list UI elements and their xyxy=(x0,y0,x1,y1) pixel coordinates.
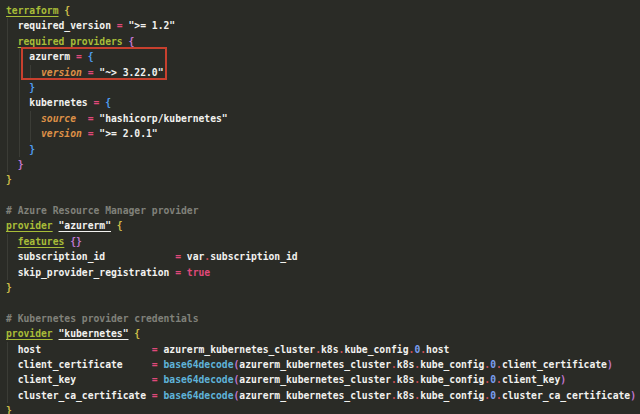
tok-attr: cluster_ca_certificate xyxy=(18,390,146,401)
tok-plain xyxy=(6,390,18,401)
tok-plain: k8s xyxy=(397,390,415,401)
code-line[interactable]: azurerm = { xyxy=(6,49,640,64)
code-line[interactable] xyxy=(6,188,640,203)
code-line[interactable]: required_version = ">= 1.2" xyxy=(6,18,640,33)
tok-fn: base64decode xyxy=(164,390,234,401)
code-line[interactable]: required_providers { xyxy=(6,34,640,49)
tok-plain: kube_config xyxy=(420,374,484,385)
code-line[interactable]: } xyxy=(6,80,640,95)
tok-plain xyxy=(41,344,152,355)
tok-str: "~> 3.22.0" xyxy=(99,67,163,78)
tok-plain xyxy=(6,251,18,262)
tok-plain xyxy=(6,374,18,385)
tok-kw: provider xyxy=(6,328,53,339)
tok-plain xyxy=(6,144,29,155)
tok-plain: var xyxy=(187,251,205,262)
tok-b1: { xyxy=(134,328,140,339)
tok-b1: } xyxy=(6,405,12,414)
code-lines: terraform { required_version = ">= 1.2" … xyxy=(6,3,640,414)
tok-plain: host xyxy=(426,344,449,355)
tok-kw: required_providers xyxy=(18,36,123,47)
tok-b2: ) xyxy=(560,374,566,385)
tok-str: "hashicorp/kubernetes" xyxy=(99,113,227,124)
tok-str: ">= 1.2" xyxy=(129,20,176,31)
tok-plain xyxy=(6,359,18,370)
code-line[interactable]: provider "kubernetes" { xyxy=(6,326,640,341)
code-editor[interactable]: terraform { required_version = ">= 1.2" … xyxy=(0,0,640,414)
code-line[interactable]: } xyxy=(6,280,640,295)
tok-b2: ) xyxy=(630,390,636,401)
tok-attr: client_certificate xyxy=(18,359,123,370)
tok-plain xyxy=(6,344,18,355)
code-line[interactable]: version = ">= 2.0.1" xyxy=(6,126,640,141)
code-line[interactable]: } xyxy=(6,157,640,172)
code-line[interactable]: subscription_id = var.subscription_id xyxy=(6,249,640,264)
tok-plain: k8s xyxy=(397,359,415,370)
tok-plain xyxy=(76,113,88,124)
tok-bool: true xyxy=(187,267,210,278)
tok-plain: subscription_id xyxy=(210,251,298,262)
code-line[interactable]: skip_provider_registration = true xyxy=(6,265,640,280)
code-line[interactable]: source = "hashicorp/kubernetes" xyxy=(6,111,640,126)
code-line[interactable]: } xyxy=(6,172,640,187)
code-line[interactable]: kubernetes = { xyxy=(6,95,640,110)
tok-param: version xyxy=(41,67,82,78)
tok-param: source xyxy=(41,113,76,124)
code-line[interactable]: # Azure Resource Manager provider xyxy=(6,203,640,218)
tok-plain xyxy=(6,113,41,124)
code-line[interactable]: terraform { xyxy=(6,3,640,18)
tok-fn: base64decode xyxy=(164,359,234,370)
tok-plain xyxy=(6,20,18,31)
tok-attr: host xyxy=(18,344,41,355)
tok-plain: azurerm_kubernetes_cluster xyxy=(239,390,391,401)
tok-kw: provider xyxy=(6,220,53,231)
code-line[interactable]: host = azurerm_kubernetes_cluster.k8s.ku… xyxy=(6,342,640,357)
tok-param: version xyxy=(41,128,82,139)
code-line[interactable]: client_key = base64decode(azurerm_kubern… xyxy=(6,372,640,387)
tok-b2: {} xyxy=(70,236,82,247)
tok-attr: kubernetes xyxy=(29,97,87,108)
tok-b3: { xyxy=(105,97,111,108)
code-line[interactable]: features {} xyxy=(6,234,640,249)
code-line[interactable]: # Kubernetes provider credentials xyxy=(6,311,640,326)
tok-attr: skip_provider_registration xyxy=(18,267,170,278)
code-line[interactable]: client_certificate = base64decode(azurer… xyxy=(6,357,640,372)
tok-attr: client_key xyxy=(18,374,76,385)
tok-b1: { xyxy=(117,220,123,231)
tok-plain: k8s xyxy=(397,374,415,385)
tok-b2: { xyxy=(129,36,135,47)
tok-attr: required_version xyxy=(18,20,111,31)
code-line[interactable]: } xyxy=(6,403,640,414)
tok-b3: { xyxy=(88,51,94,62)
tok-plain xyxy=(6,267,18,278)
tok-plain xyxy=(6,51,29,62)
tok-plain: kube_config xyxy=(420,359,484,370)
tok-plain xyxy=(6,67,41,78)
tok-plain xyxy=(6,236,18,247)
tok-fn: base64decode xyxy=(164,374,234,385)
tok-plain: cluster_ca_certificate xyxy=(502,390,630,401)
tok-b1: } xyxy=(6,282,12,293)
tok-b2: } xyxy=(18,159,24,170)
tok-plain xyxy=(6,82,29,93)
tok-plain: azurerm_kubernetes_cluster xyxy=(164,344,316,355)
code-line[interactable]: cluster_ca_certificate = base64decode(az… xyxy=(6,388,640,403)
code-line[interactable]: provider "azurerm" { xyxy=(6,218,640,233)
tok-kw: features xyxy=(18,236,65,247)
code-line[interactable]: } xyxy=(6,142,640,157)
tok-plain: client_key xyxy=(502,374,560,385)
code-line[interactable]: version = "~> 3.22.0" xyxy=(6,65,640,80)
tok-str: ">= 2.0.1" xyxy=(99,128,157,139)
tok-com: # Azure Resource Manager provider xyxy=(6,205,198,216)
tok-plain xyxy=(6,97,29,108)
tok-strU: "kubernetes" xyxy=(59,328,129,339)
tok-strU: "azurerm" xyxy=(59,220,112,231)
tok-plain: kube_config xyxy=(344,344,408,355)
tok-com: # Kubernetes provider credentials xyxy=(6,313,198,324)
tok-kw: terraform xyxy=(6,5,59,16)
code-line[interactable] xyxy=(6,295,640,310)
tok-plain: kube_config xyxy=(420,390,484,401)
tok-plain xyxy=(105,251,175,262)
tok-plain xyxy=(76,374,152,385)
tok-b2: ) xyxy=(607,359,613,370)
